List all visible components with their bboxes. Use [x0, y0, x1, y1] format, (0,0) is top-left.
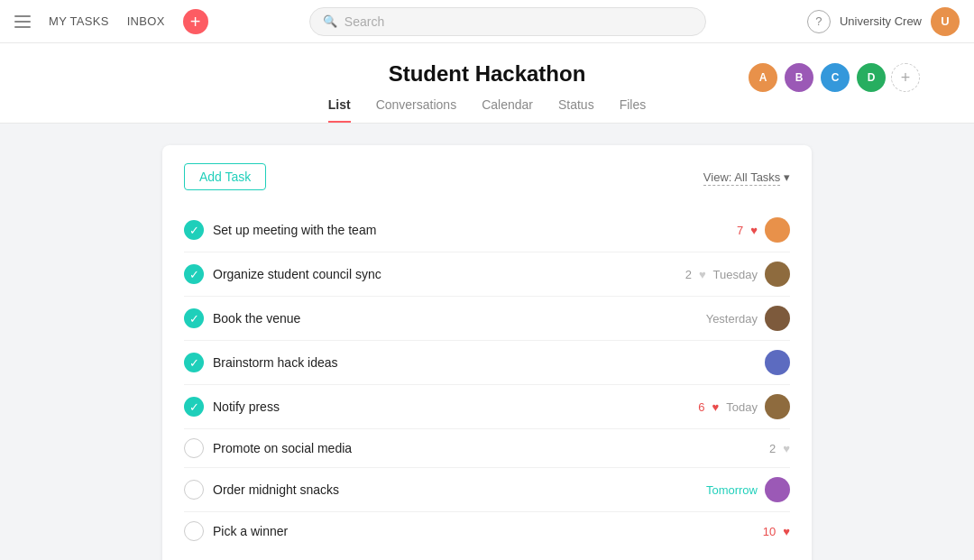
- task-row: ✓Brainstorm hack ideas: [184, 341, 790, 385]
- tab-conversations[interactable]: Conversations: [376, 97, 457, 123]
- task-avatar[interactable]: [765, 306, 790, 331]
- task-date: Yesterday: [706, 312, 758, 326]
- heart-icon[interactable]: ♥: [783, 525, 790, 538]
- like-count: 2: [769, 442, 776, 455]
- check-done-icon[interactable]: ✓: [184, 264, 204, 284]
- team-avatar-1[interactable]: A: [747, 61, 779, 94]
- team-avatar-4[interactable]: D: [855, 61, 887, 94]
- user-avatar[interactable]: U: [931, 7, 960, 36]
- task-row: ✓Organize student council sync2♥Tuesday: [184, 252, 790, 297]
- task-row: ✓Book the venueYesterday: [184, 297, 790, 341]
- task-avatar[interactable]: [765, 477, 790, 502]
- tab-status[interactable]: Status: [558, 97, 594, 123]
- project-header: Student Hackathon A B C D + List Convers…: [0, 43, 974, 124]
- task-list: ✓Set up meeting with the team7♥✓Organize…: [184, 208, 790, 550]
- task-panel: Add Task View: All Tasks ▾ ✓Set up meeti…: [162, 145, 812, 560]
- task-avatar[interactable]: [765, 262, 790, 287]
- workspace-name: University Crew: [840, 14, 922, 28]
- main-content: Add Task View: All Tasks ▾ ✓Set up meeti…: [0, 124, 974, 560]
- team-avatars: A B C D +: [747, 61, 920, 94]
- project-tabs: List Conversations Calendar Status Files: [0, 97, 974, 123]
- task-name: Brainstorm hack ideas: [213, 355, 756, 370]
- task-avatar[interactable]: [765, 350, 790, 375]
- panel-toolbar: Add Task View: All Tasks ▾: [184, 163, 790, 190]
- task-name: Order midnight snacks: [213, 482, 697, 497]
- task-date: Today: [726, 400, 758, 414]
- task-meta: Yesterday: [706, 306, 790, 331]
- like-count: 10: [763, 525, 776, 538]
- add-member-button[interactable]: +: [891, 63, 920, 92]
- task-name: Organize student council sync: [213, 267, 676, 281]
- heart-icon[interactable]: ♥: [699, 268, 706, 281]
- task-date: Tomorrow: [706, 483, 758, 497]
- task-name: Promote on social media: [213, 441, 760, 455]
- like-count: 6: [698, 400, 704, 414]
- task-row: Pick a winner10♥: [184, 512, 790, 550]
- check-done-icon[interactable]: ✓: [184, 220, 204, 240]
- task-avatar[interactable]: [765, 217, 790, 243]
- tab-list[interactable]: List: [328, 97, 351, 123]
- task-name: Set up meeting with the team: [213, 223, 728, 237]
- tab-files[interactable]: Files: [620, 97, 647, 123]
- heart-icon[interactable]: ♥: [712, 400, 720, 414]
- add-task-button[interactable]: Add Task: [184, 163, 266, 190]
- check-open-icon[interactable]: [184, 521, 204, 541]
- view-filter[interactable]: View: All Tasks ▾: [703, 170, 790, 184]
- task-row: Promote on social media2♥: [184, 429, 790, 468]
- check-done-icon[interactable]: ✓: [184, 397, 204, 417]
- task-meta: Tomorrow: [706, 477, 790, 502]
- check-done-icon[interactable]: ✓: [184, 353, 204, 372]
- task-row: Order midnight snacksTomorrow: [184, 468, 790, 512]
- team-avatar-3[interactable]: C: [819, 61, 851, 94]
- nav-right: ? University Crew U: [807, 7, 960, 36]
- task-name: Book the venue: [213, 311, 697, 326]
- check-open-icon[interactable]: [184, 480, 204, 500]
- top-navigation: MY TASKS INBOX + 🔍 ? University Crew U: [0, 0, 974, 43]
- check-open-icon[interactable]: [184, 438, 204, 458]
- help-button[interactable]: ?: [807, 10, 831, 33]
- inbox-link[interactable]: INBOX: [127, 14, 165, 28]
- search-icon: 🔍: [323, 14, 337, 28]
- task-meta: [765, 350, 790, 375]
- task-date: Tuesday: [713, 268, 758, 281]
- menu-icon[interactable]: [14, 15, 31, 28]
- like-count: 7: [737, 224, 743, 237]
- heart-icon[interactable]: ♥: [750, 224, 758, 237]
- task-row: ✓Notify press6♥Today: [184, 385, 790, 429]
- task-meta: 2♥Tuesday: [685, 262, 790, 287]
- like-count: 2: [685, 268, 692, 281]
- my-tasks-link[interactable]: MY TASKS: [49, 14, 109, 28]
- add-button[interactable]: +: [183, 9, 208, 34]
- search-input[interactable]: [345, 14, 693, 29]
- task-name: Pick a winner: [213, 524, 754, 538]
- search-bar: 🔍: [208, 7, 807, 36]
- task-avatar[interactable]: [765, 394, 790, 419]
- task-meta: 7♥: [737, 217, 790, 243]
- task-name: Notify press: [213, 399, 689, 414]
- heart-icon[interactable]: ♥: [783, 442, 790, 455]
- task-meta: 6♥Today: [698, 394, 790, 419]
- task-row: ✓Set up meeting with the team7♥: [184, 208, 790, 252]
- check-done-icon[interactable]: ✓: [184, 308, 204, 328]
- team-avatar-2[interactable]: B: [783, 61, 815, 94]
- search-input-wrap: 🔍: [309, 7, 706, 36]
- task-meta: 2♥: [769, 442, 790, 455]
- tab-calendar[interactable]: Calendar: [482, 97, 533, 123]
- nav-left: MY TASKS INBOX +: [14, 9, 208, 34]
- task-meta: 10♥: [763, 525, 790, 538]
